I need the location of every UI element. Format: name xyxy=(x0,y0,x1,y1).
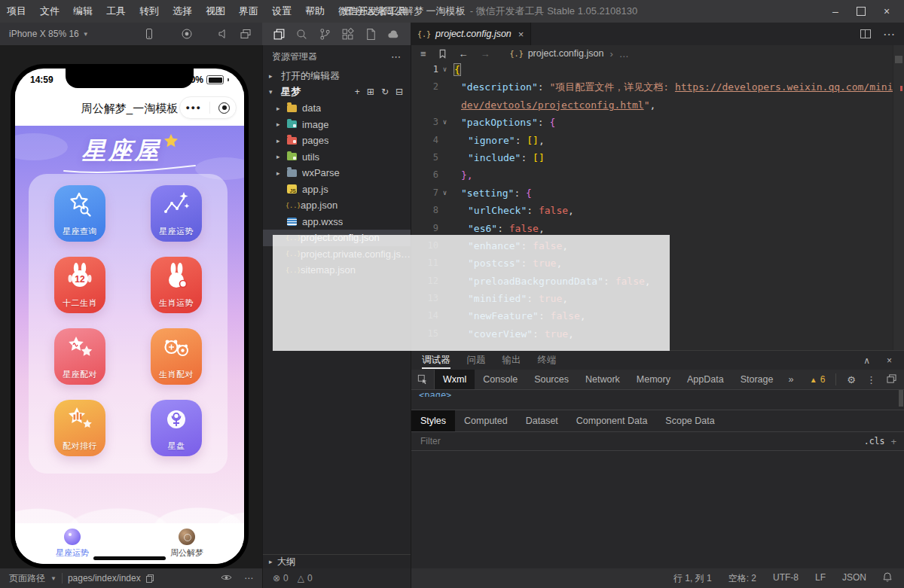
error-counter[interactable]: ⊗ 0 xyxy=(273,573,289,583)
breadcrumb-more[interactable]: … xyxy=(619,48,629,59)
more-tabs-icon[interactable]: » xyxy=(781,374,800,385)
tab-问题[interactable]: 问题 xyxy=(467,354,486,367)
tab-storage[interactable]: Storage xyxy=(732,370,782,389)
kebab-menu-icon[interactable]: ⋮ xyxy=(866,374,876,385)
status-item-0[interactable]: 行 1, 列 1 xyxy=(673,572,712,585)
code-line[interactable]: dev/devtools/projectconfig.html", xyxy=(411,96,893,114)
add-style-icon[interactable]: + xyxy=(890,436,896,447)
cls-toggle[interactable]: .cls xyxy=(864,436,885,446)
app-button-rabbit-12[interactable]: 12十二生肖 xyxy=(54,257,105,313)
new-folder-icon[interactable]: ⊞ xyxy=(367,87,374,97)
outline-section[interactable]: ▸ 大纲 xyxy=(263,554,411,568)
more-actions-icon[interactable]: ⋯ xyxy=(883,27,895,41)
tab-scope-data[interactable]: Scope Data xyxy=(656,410,723,431)
tree-item[interactable]: ▸image xyxy=(263,117,411,133)
warning-badge[interactable]: ▲ 6 xyxy=(810,374,826,385)
page-path-value[interactable]: pages/index/index xyxy=(68,573,141,583)
more-icon[interactable]: ⋯ xyxy=(244,573,253,583)
app-button-astro-disc[interactable]: 星盘 xyxy=(151,400,202,456)
capsule-close-icon[interactable] xyxy=(218,102,230,114)
menubar-item-9[interactable]: 帮助 xyxy=(298,5,331,18)
record-icon[interactable] xyxy=(181,28,193,40)
devtools-scrollbar[interactable] xyxy=(899,390,903,407)
app-button-constellation[interactable]: 星座运势 xyxy=(151,185,202,242)
filter-input[interactable] xyxy=(419,435,858,447)
capsule-menu-icon[interactable]: ●●● xyxy=(185,104,202,111)
explorer-files-icon[interactable] xyxy=(273,28,286,41)
tree-item[interactable]: ▸utils xyxy=(263,149,411,166)
tab-wxml[interactable]: Wxml xyxy=(435,370,475,389)
bell-icon[interactable] xyxy=(883,572,892,584)
refresh-icon[interactable]: ↻ xyxy=(381,87,389,97)
phone-tab-active[interactable]: 星座运势 xyxy=(56,529,89,559)
git-branch-icon[interactable] xyxy=(319,28,331,41)
collapse-all-icon[interactable]: ⊟ xyxy=(396,87,403,97)
maximize-button[interactable] xyxy=(848,0,874,23)
phone-rotate-icon[interactable] xyxy=(143,28,155,40)
app-button-star-rank[interactable]: 配对排行 xyxy=(54,400,105,456)
undock-icon[interactable] xyxy=(887,374,896,385)
forward-arrow-icon[interactable]: → xyxy=(481,48,490,59)
tab-network[interactable]: Network xyxy=(577,370,628,389)
status-item-3[interactable]: LF xyxy=(815,572,826,585)
menubar-item-3[interactable]: 工具 xyxy=(99,5,133,18)
tab-console[interactable]: Console xyxy=(475,370,526,389)
code-line[interactable]: 1∨{ xyxy=(411,61,893,78)
tree-item[interactable]: ▸data xyxy=(263,100,411,117)
back-arrow-icon[interactable]: ← xyxy=(459,48,469,59)
file-page-icon[interactable] xyxy=(365,28,377,41)
code-line[interactable]: 6}, xyxy=(411,166,893,184)
inspect-element-icon[interactable] xyxy=(411,370,435,389)
menubar-item-2[interactable]: 编辑 xyxy=(66,5,99,18)
scrollbar-thumb[interactable] xyxy=(895,56,902,63)
tree-item[interactable]: app.wxss xyxy=(263,214,411,230)
status-item-4[interactable]: JSON xyxy=(842,572,866,585)
tab-component-data[interactable]: Component Data xyxy=(567,410,657,431)
bookmark-icon[interactable] xyxy=(438,49,447,59)
tab-close-icon[interactable]: × xyxy=(518,29,524,40)
code-line[interactable]: 7∨"setting": { xyxy=(411,184,893,202)
menubar-item-8[interactable]: 设置 xyxy=(265,5,298,18)
mute-icon[interactable] xyxy=(217,28,229,40)
collapse-panel-icon[interactable]: ∧ xyxy=(863,355,870,366)
menubar-item-5[interactable]: 选择 xyxy=(166,5,199,18)
tree-item[interactable]: JSapp.js xyxy=(263,181,411,198)
extensions-icon[interactable] xyxy=(341,28,354,41)
fold-icon[interactable]: ∨ xyxy=(438,184,451,202)
code-line[interactable]: 2"description": "项目配置文件，详见文档: https://de… xyxy=(411,78,893,96)
page-path-label[interactable]: 页面路径 xyxy=(9,572,45,585)
gear-icon[interactable]: ⚙ xyxy=(847,374,856,385)
close-panel-icon[interactable]: × xyxy=(887,355,892,366)
tab-终端[interactable]: 终端 xyxy=(538,354,557,367)
new-file-icon[interactable]: + xyxy=(355,87,360,97)
close-button[interactable]: × xyxy=(874,0,899,23)
multi-window-icon[interactable] xyxy=(240,28,252,40)
tree-item[interactable]: ▸wxParse xyxy=(263,165,411,181)
fold-icon[interactable]: ∨ xyxy=(438,114,451,131)
open-editors-section[interactable]: ▸ 打开的编辑器 xyxy=(263,68,411,84)
tab-memory[interactable]: Memory xyxy=(628,370,679,389)
tab-computed[interactable]: Computed xyxy=(455,410,517,431)
app-button-star-pair[interactable]: 星座配对 xyxy=(54,328,105,385)
tab-sources[interactable]: Sources xyxy=(526,370,577,389)
tab-输出[interactable]: 输出 xyxy=(502,354,521,367)
tab-styles[interactable]: Styles xyxy=(411,410,455,431)
status-item-2[interactable]: UTF-8 xyxy=(773,572,799,585)
menubar-item-6[interactable]: 视图 xyxy=(199,5,232,18)
project-root[interactable]: ▾ 星梦 + ⊞ ↻ ⊟ xyxy=(263,84,411,101)
tab-调试器[interactable]: 调试器 xyxy=(422,354,450,367)
code-line[interactable]: 5"include": [] xyxy=(411,149,893,166)
explorer-more-icon[interactable]: ⋯ xyxy=(391,51,402,62)
status-item-1[interactable]: 空格: 2 xyxy=(728,572,756,585)
editor-scrollbar[interactable] xyxy=(893,45,904,350)
menubar-item-0[interactable]: 项目 xyxy=(0,5,33,18)
minimize-button[interactable]: – xyxy=(823,0,848,23)
menubar-item-4[interactable]: 转到 xyxy=(133,5,166,18)
tree-item[interactable]: {..}app.json xyxy=(263,197,411,214)
menubar-item-1[interactable]: 文件 xyxy=(33,5,66,18)
app-button-animal-pair[interactable]: 生肖配对 xyxy=(151,328,202,385)
tab-project-config-json[interactable]: {.} project.config.json × xyxy=(411,23,531,45)
breadcrumb-filename[interactable]: project.config.json xyxy=(528,48,604,59)
tab-dataset[interactable]: Dataset xyxy=(517,410,567,431)
device-selector[interactable]: iPhone X 85% 16 ▼ xyxy=(9,23,89,45)
